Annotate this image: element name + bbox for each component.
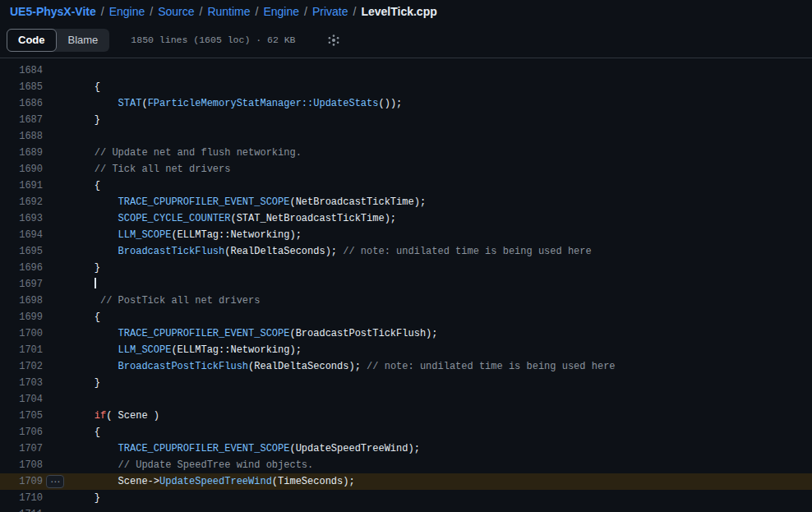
line-number[interactable]: 1690 <box>0 161 43 178</box>
line-number[interactable]: 1691 <box>0 178 43 194</box>
code-token: } <box>71 492 100 504</box>
code-token <box>71 279 95 290</box>
code-token <box>71 443 118 454</box>
line-number[interactable]: 1697 <box>0 276 43 293</box>
code-line: 1710 } <box>0 490 812 506</box>
tab-blame[interactable]: Blame <box>57 29 110 52</box>
code-token: LLM_SCOPE <box>118 229 172 241</box>
line-number[interactable]: 1692 <box>0 194 43 210</box>
line-number[interactable]: 1684 <box>0 62 43 79</box>
code-token: ( Scene ) <box>106 410 159 422</box>
code-token: ()); <box>378 98 402 109</box>
code-text: { <box>43 424 100 441</box>
line-number[interactable]: 1709 <box>0 473 43 490</box>
code-line: 1708 // Update SpeedTree wind objects. <box>0 457 812 473</box>
line-number[interactable]: 1693 <box>0 210 43 227</box>
line-number[interactable]: 1710 <box>0 490 43 506</box>
code-line: 1693 SCOPE_CYCLE_COUNTER(STAT_NetBroadca… <box>0 210 812 227</box>
code-text: LLM_SCOPE(ELLMTag::Networking); <box>43 342 302 358</box>
code-token <box>71 410 95 422</box>
code-token: { <box>71 180 100 191</box>
line-number[interactable]: 1708 <box>0 457 43 473</box>
code-text: TRACE_CPUPROFILER_EVENT_SCOPE(BroadcastP… <box>43 325 437 342</box>
code-text: } <box>43 375 100 391</box>
breadcrumb-file: LevelTick.cpp <box>361 5 436 18</box>
line-number[interactable]: 1702 <box>0 358 43 375</box>
code-token <box>71 229 118 241</box>
line-number[interactable]: 1695 <box>0 243 43 260</box>
code-token: (ELLMTag::Networking); <box>171 344 301 356</box>
tab-code[interactable]: Code <box>7 29 57 52</box>
code-token: (BroadcastPostTickFlush); <box>289 328 437 339</box>
breadcrumb-link-0[interactable]: UE5-PhysX-Vite <box>10 5 96 18</box>
code-line: 1691 { <box>0 178 812 194</box>
line-number[interactable]: 1705 <box>0 408 43 424</box>
code-line: 1697 <box>0 276 812 293</box>
code-token: { <box>71 81 100 93</box>
line-number[interactable]: 1700 <box>0 325 43 342</box>
breadcrumb-link-5[interactable]: Private <box>312 5 348 18</box>
line-number[interactable]: 1698 <box>0 293 43 309</box>
code-line: 1706 { <box>0 424 812 441</box>
line-number[interactable]: 1696 <box>0 260 43 276</box>
line-number[interactable]: 1701 <box>0 342 43 358</box>
breadcrumb-link-2[interactable]: Source <box>158 5 194 18</box>
line-number[interactable]: 1707 <box>0 441 43 457</box>
line-number[interactable]: 1687 <box>0 112 43 128</box>
line-number[interactable]: 1703 <box>0 375 43 391</box>
code-token: LLM_SCOPE <box>118 344 172 356</box>
code-text: TRACE_CPUPROFILER_EVENT_SCOPE(UpdateSpee… <box>43 441 420 457</box>
line-number[interactable]: 1711 <box>0 506 43 512</box>
code-text <box>43 276 96 293</box>
breadcrumb: UE5-PhysX-Vite/Engine/Source/Runtime/Eng… <box>0 0 812 22</box>
line-number[interactable]: 1706 <box>0 424 43 441</box>
line-number[interactable]: 1689 <box>0 145 43 161</box>
code-text: // Tick all net drivers <box>43 161 230 178</box>
code-token: FParticleMemoryStatManager::UpdateStats <box>148 98 379 109</box>
line-options-button[interactable]: ⋯ <box>46 475 64 488</box>
code-token <box>71 344 118 356</box>
code-token: { <box>71 427 100 438</box>
code-line-highlighted: 1709⋯ Scene->UpdateSpeedTreeWind(TimeSec… <box>0 473 812 490</box>
code-token: TRACE_CPUPROFILER_EVENT_SCOPE <box>118 328 290 339</box>
line-number[interactable]: 1688 <box>0 128 43 145</box>
code-line: 1694 LLM_SCOPE(ELLMTag::Networking); <box>0 227 812 243</box>
code-token: // note: undilated time is being used he… <box>343 246 591 257</box>
breadcrumb-link-1[interactable]: Engine <box>109 5 145 18</box>
line-number[interactable]: 1694 <box>0 227 43 243</box>
line-number[interactable]: 1704 <box>0 391 43 408</box>
code-line: 1704 <box>0 391 812 408</box>
file-view-page: UE5-PhysX-Vite/Engine/Source/Runtime/Eng… <box>0 0 812 512</box>
code-token: // note: undilated time is being used he… <box>367 361 615 372</box>
symbols-icon[interactable] <box>324 30 344 50</box>
code-token <box>71 361 118 372</box>
code-token: UpdateSpeedTreeWind <box>159 476 272 487</box>
code-token: } <box>71 262 100 274</box>
code-line: 1690 // Tick all net drivers <box>0 161 812 178</box>
code-line: 1695 BroadcastTickFlush(RealDeltaSeconds… <box>0 243 812 260</box>
code-text: } <box>43 490 100 506</box>
code-text: TRACE_CPUPROFILER_EVENT_SCOPE(NetBroadca… <box>43 194 426 210</box>
code-token <box>71 246 118 257</box>
breadcrumb-separator: / <box>304 5 307 18</box>
code-line: 1700 TRACE_CPUPROFILER_EVENT_SCOPE(Broad… <box>0 325 812 342</box>
code-line: 1703 } <box>0 375 812 391</box>
code-token: // PostTick all net drivers <box>71 295 260 307</box>
line-number[interactable]: 1686 <box>0 95 43 112</box>
breadcrumb-separator: / <box>256 5 259 18</box>
code-text: if( Scene ) <box>43 408 159 424</box>
code-line: 1685 { <box>0 79 812 95</box>
code-viewer[interactable]: 16841685 {1686 STAT(FParticleMemoryStatM… <box>0 58 812 512</box>
code-token: BroadcastPostTickFlush <box>118 361 248 372</box>
line-number[interactable]: 1699 <box>0 309 43 325</box>
breadcrumb-link-3[interactable]: Runtime <box>207 5 250 18</box>
code-text: { <box>43 79 100 95</box>
code-text: LLM_SCOPE(ELLMTag::Networking); <box>43 227 302 243</box>
code-token: BroadcastTickFlush <box>118 246 225 257</box>
line-number[interactable]: 1685 <box>0 79 43 95</box>
code-line: 1698 // PostTick all net drivers <box>0 293 812 309</box>
breadcrumb-link-4[interactable]: Engine <box>263 5 299 18</box>
breadcrumb-separator: / <box>353 5 357 18</box>
code-token <box>71 196 118 208</box>
code-token: } <box>71 377 100 389</box>
